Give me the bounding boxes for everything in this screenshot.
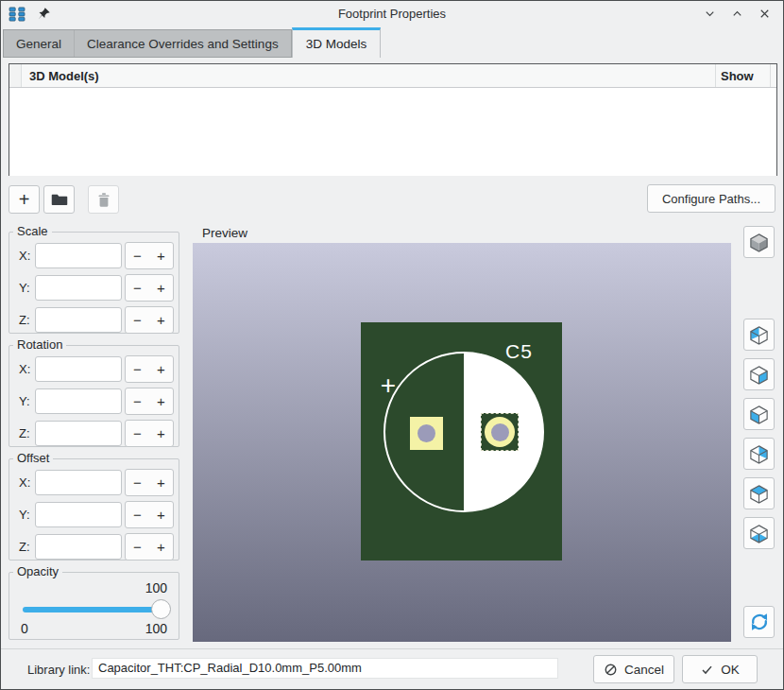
- ok-button[interactable]: OK: [682, 655, 758, 683]
- view-left-button[interactable]: [743, 398, 775, 430]
- window-controls: [700, 5, 774, 24]
- add-model-button[interactable]: +: [9, 185, 40, 214]
- delete-model-button[interactable]: [88, 185, 119, 214]
- spin-decrement-button[interactable]: −: [126, 307, 149, 333]
- rotation-group: Rotation X: −+ Y: −+ Z: −+: [9, 345, 179, 447]
- cube-face-bottom-icon: [748, 523, 770, 544]
- scale-x-input[interactable]: [35, 243, 122, 268]
- offset-y-input[interactable]: [35, 502, 122, 527]
- spin-decrement-button[interactable]: −: [126, 502, 149, 527]
- spin-increment-button[interactable]: +: [149, 470, 173, 495]
- footprint-app-icon: [9, 7, 26, 22]
- rotation-x-row: X: −+: [14, 355, 174, 383]
- spin-decrement-button[interactable]: −: [126, 388, 149, 414]
- opacity-min-label: 0: [21, 621, 28, 636]
- pad-1-square: [410, 417, 443, 450]
- footprint-properties-dialog: Footprint Properties General Clearance O…: [0, 0, 784, 690]
- spin-decrement-button[interactable]: −: [126, 534, 149, 560]
- offset-z-row: Z: −+: [14, 533, 174, 561]
- cube-face-back-icon: [748, 324, 770, 346]
- tab-general[interactable]: General: [4, 30, 74, 57]
- offset-x-spinner: −+: [125, 469, 174, 496]
- column-header-3d-models: 3D Model(s): [22, 64, 716, 87]
- close-button[interactable]: [755, 5, 774, 24]
- scale-y-input[interactable]: [35, 275, 122, 301]
- spin-decrement-button[interactable]: −: [126, 356, 149, 382]
- inactive-tabs: General Clearance Overrides and Settings: [3, 29, 292, 58]
- scale-z-row: Z: −+: [14, 306, 174, 334]
- cube-face-right-icon: [748, 364, 770, 386]
- rotation-y-row: Y: −+: [14, 388, 174, 415]
- footer-bar: Library link: Capacitor_THT:CP_Radial_D1…: [1, 648, 783, 689]
- reference-designator: C5: [505, 340, 533, 363]
- rotation-x-spinner: −+: [125, 355, 174, 383]
- offset-y-label: Y:: [14, 508, 35, 522]
- column-header-show: Show: [716, 64, 771, 87]
- spin-decrement-button[interactable]: −: [126, 275, 149, 301]
- opacity-minmax: 0 100: [9, 620, 179, 641]
- rotation-z-label: Z:: [14, 426, 35, 440]
- rotation-x-input[interactable]: [35, 356, 122, 382]
- tab-clearance-overrides[interactable]: Clearance Overrides and Settings: [74, 30, 291, 57]
- preview-3d-viewport[interactable]: C5 +: [193, 243, 731, 642]
- pad-2-round: [481, 413, 519, 451]
- ok-label: OK: [721, 663, 740, 677]
- spin-increment-button[interactable]: +: [149, 534, 173, 560]
- library-link-field[interactable]: Capacitor_THT:CP_Radial_D10.0mm_P5.00mm: [92, 658, 558, 679]
- view-isometric-button[interactable]: [743, 226, 775, 258]
- spin-increment-button[interactable]: +: [149, 502, 173, 527]
- opacity-group-title: Opacity: [13, 564, 62, 578]
- close-icon: [758, 7, 772, 21]
- maximize-button[interactable]: [727, 5, 746, 24]
- spin-decrement-button[interactable]: −: [126, 470, 149, 495]
- scale-y-row: Y: −+: [14, 274, 174, 302]
- titlebar: Footprint Properties: [1, 1, 783, 26]
- opacity-slider-track[interactable]: [23, 607, 167, 612]
- chevron-up-icon: [730, 7, 744, 21]
- offset-x-input[interactable]: [35, 470, 122, 495]
- cancel-button[interactable]: Cancel: [593, 655, 674, 683]
- spin-increment-button[interactable]: +: [149, 388, 173, 414]
- offset-z-label: Z:: [14, 540, 35, 554]
- offset-y-row: Y: −+: [14, 501, 174, 528]
- view-front-button[interactable]: [743, 438, 775, 470]
- footprint-board: C5 +: [361, 322, 562, 561]
- chevron-down-icon: [703, 7, 717, 21]
- view-bottom-button[interactable]: [743, 517, 775, 549]
- opacity-slider[interactable]: [23, 599, 167, 620]
- pin-icon[interactable]: [37, 7, 51, 21]
- opacity-group: Opacity 100 0 100: [9, 572, 179, 640]
- view-back-button[interactable]: [743, 319, 775, 351]
- offset-x-label: X:: [14, 475, 35, 490]
- scale-z-input[interactable]: [35, 307, 122, 333]
- configure-paths-button[interactable]: Configure Paths...: [647, 184, 775, 213]
- tab-3d-models[interactable]: 3D Models: [292, 27, 382, 58]
- polarity-plus-mark: +: [376, 373, 401, 398]
- rotation-y-spinner: −+: [125, 388, 174, 415]
- spin-increment-button[interactable]: +: [149, 243, 173, 268]
- spin-increment-button[interactable]: +: [149, 356, 173, 382]
- spin-increment-button[interactable]: +: [149, 421, 173, 446]
- reload-preview-button[interactable]: [743, 606, 775, 638]
- browse-model-button[interactable]: [43, 185, 75, 214]
- spin-increment-button[interactable]: +: [149, 275, 173, 301]
- scale-x-label: X:: [14, 249, 35, 263]
- offset-z-input[interactable]: [35, 534, 122, 560]
- spin-decrement-button[interactable]: −: [126, 421, 149, 446]
- column-header-spacer: [771, 64, 776, 87]
- offset-x-row: X: −+: [14, 469, 174, 496]
- view-top-button[interactable]: [743, 477, 775, 509]
- rotation-z-input[interactable]: [35, 421, 122, 446]
- check-icon: [700, 663, 714, 677]
- rotation-y-input[interactable]: [35, 388, 122, 414]
- minimize-button[interactable]: [700, 5, 719, 24]
- opacity-slider-handle[interactable]: [151, 599, 171, 619]
- spin-decrement-button[interactable]: −: [126, 243, 149, 268]
- rotation-z-row: Z: −+: [14, 420, 174, 447]
- scale-group: Scale X: −+ Y: −+ Z: −+: [9, 232, 179, 334]
- cube-face-left-icon: [748, 404, 770, 425]
- spin-increment-button[interactable]: +: [149, 307, 173, 333]
- view-right-button[interactable]: [743, 358, 775, 390]
- offset-z-spinner: −+: [125, 533, 174, 561]
- scale-y-spinner: −+: [125, 274, 174, 302]
